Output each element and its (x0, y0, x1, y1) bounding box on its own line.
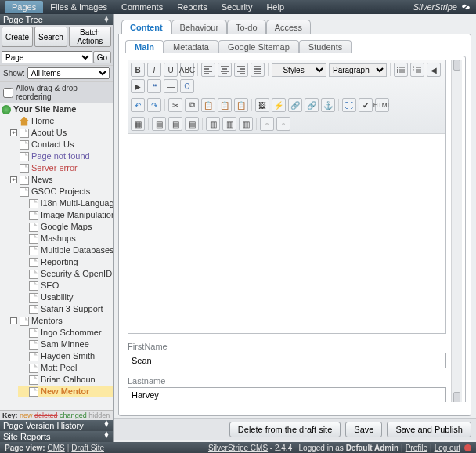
code-button[interactable]: HTML (375, 98, 389, 112)
char-button[interactable]: Ω (180, 79, 194, 93)
row-delete-button[interactable]: ▤ (185, 117, 199, 131)
tree-item[interactable]: SEO (41, 280, 59, 292)
indent-button[interactable]: ▶ (131, 79, 145, 93)
profile-link[interactable]: Profile (406, 444, 427, 452)
tab-content[interactable]: Content (121, 20, 171, 34)
bold-button[interactable]: B (131, 63, 145, 77)
tree-mentors[interactable]: Mentors (31, 315, 63, 327)
tree-item[interactable]: Reporting (41, 256, 78, 268)
italic-button[interactable]: I (147, 63, 161, 77)
tree-item[interactable]: Hayden Smith (41, 350, 95, 362)
tab-todo[interactable]: To-do (227, 20, 266, 34)
page-type-select[interactable]: Page (2, 51, 92, 63)
tree-item[interactable]: Mashups (41, 233, 76, 245)
tree-item[interactable]: Security & OpenID (41, 268, 112, 280)
expand-toggle[interactable]: + (10, 129, 17, 136)
cms-link[interactable]: CMS (47, 444, 64, 452)
menu-files[interactable]: Files & Images (43, 1, 114, 13)
go-button[interactable]: Go (93, 51, 111, 63)
tree-servererror[interactable]: Server error (31, 162, 78, 174)
create-button[interactable]: Create (2, 27, 33, 47)
col-delete-button[interactable]: ▥ (239, 117, 253, 131)
fullscreen-button[interactable]: ⛶ (342, 98, 356, 112)
tree-item[interactable]: Image Manipulation (41, 209, 113, 221)
menu-reports[interactable]: Reports (170, 1, 215, 13)
link-button[interactable]: 🔗 (288, 98, 302, 112)
tree-new-mentor[interactable]: New Mentor (41, 386, 89, 397)
tree-about[interactable]: About Us (31, 127, 67, 139)
editor-textarea[interactable] (128, 134, 445, 333)
cut-button[interactable]: ✂ (168, 98, 182, 112)
styles-select[interactable]: -- Styles -- (272, 63, 326, 77)
ul-button[interactable] (394, 63, 408, 77)
tree-item[interactable]: Multiple Databases (41, 245, 113, 256)
tree-news[interactable]: News (31, 174, 53, 186)
outdent-button[interactable]: ◀ (427, 63, 441, 77)
copy-button[interactable]: ⧉ (185, 98, 199, 112)
hr-button[interactable]: — (164, 79, 178, 93)
page-tree-header[interactable]: Page Tree ▲▼ (0, 14, 113, 25)
menu-security[interactable]: Security (215, 1, 260, 13)
paste-text-button[interactable]: 📋 (218, 98, 232, 112)
col-before-button[interactable]: ▥ (206, 117, 220, 131)
row-before-button[interactable]: ▤ (152, 117, 166, 131)
menu-help[interactable]: Help (259, 1, 291, 13)
menu-pages[interactable]: Pages (5, 1, 43, 13)
menu-comments[interactable]: Comments (114, 1, 170, 13)
flash-button[interactable]: ⚡ (272, 98, 286, 112)
align-right-button[interactable] (234, 63, 248, 77)
save-publish-button[interactable]: Save and Publish (387, 422, 471, 437)
unlink-button[interactable]: 🔗 (305, 98, 319, 112)
ol-button[interactable]: 12 (410, 63, 424, 77)
batch-button[interactable]: Batch Actions (69, 27, 111, 47)
tree-item[interactable]: i18n Multi-Language (41, 198, 113, 209)
tree-gsoc[interactable]: GSOC Projects (31, 186, 90, 198)
tree-item[interactable]: Usability (41, 292, 74, 303)
tree-notfound[interactable]: Page not found (31, 150, 90, 162)
expand-toggle[interactable]: − (10, 317, 17, 324)
tab-main[interactable]: Main (125, 40, 164, 53)
cell-merge-button[interactable]: ▫ (276, 117, 290, 131)
tree-item[interactable]: Sam Minnee (41, 339, 89, 350)
align-center-button[interactable] (218, 63, 232, 77)
tab-sitemap[interactable]: Google Sitemap (218, 40, 299, 53)
align-justify-button[interactable] (251, 63, 265, 77)
allow-drag-checkbox[interactable] (3, 88, 13, 98)
blockquote-button[interactable]: ❝ (147, 79, 161, 93)
undo-button[interactable]: ↶ (131, 98, 145, 112)
spell-button[interactable]: ✔ (359, 98, 373, 112)
tree-contact[interactable]: Contact Us (31, 139, 74, 150)
scrollbar[interactable] (451, 60, 462, 402)
align-left-button[interactable] (201, 63, 215, 77)
site-tree[interactable]: Your Site Name Home +About Us Contact Us… (0, 103, 113, 410)
lastname-input[interactable] (128, 387, 446, 402)
tree-item[interactable]: Matt Peel (41, 362, 77, 374)
paste-button[interactable]: 📋 (201, 98, 215, 112)
anchor-button[interactable]: ⚓ (321, 98, 335, 112)
expand-toggle[interactable]: + (10, 176, 17, 183)
tab-access[interactable]: Access (266, 20, 311, 34)
page-version-history-panel[interactable]: Page Version History▲▼ (0, 420, 113, 431)
collapse-icon[interactable]: ▲▼ (103, 16, 110, 23)
tree-item[interactable]: Google Maps (41, 221, 92, 233)
show-select[interactable]: All items (27, 67, 110, 79)
format-select[interactable]: Paragraph (329, 63, 387, 77)
redo-button[interactable]: ↷ (147, 98, 161, 112)
paste-word-button[interactable]: 📋 (234, 98, 248, 112)
tree-home[interactable]: Home (31, 115, 54, 127)
underline-button[interactable]: U (164, 63, 178, 77)
logout-link[interactable]: Log out (435, 444, 460, 452)
cell-split-button[interactable]: ▫ (260, 117, 274, 131)
tree-item[interactable]: Safari 3 Support (41, 303, 103, 315)
site-reports-panel[interactable]: Site Reports▲▼ (0, 431, 113, 442)
tree-item[interactable]: Ingo Schommer (41, 327, 102, 339)
image-button[interactable]: 🖼 (255, 98, 269, 112)
table-button[interactable]: ▦ (131, 117, 145, 131)
strike-button[interactable]: ABC (180, 63, 194, 77)
tab-behaviour[interactable]: Behaviour (171, 20, 228, 34)
row-after-button[interactable]: ▤ (168, 117, 182, 131)
search-button[interactable]: Search (34, 27, 67, 47)
col-after-button[interactable]: ▥ (222, 117, 236, 131)
save-button[interactable]: Save (345, 422, 382, 437)
tree-root[interactable]: Your Site Name (13, 103, 77, 115)
